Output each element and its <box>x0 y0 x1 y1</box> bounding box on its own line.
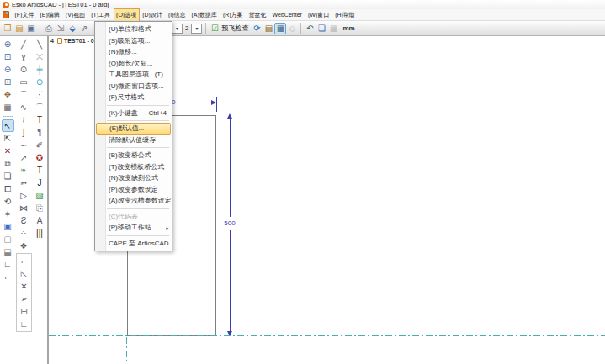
folders-icon[interactable]: ❏ <box>316 23 327 34</box>
table-view-icon[interactable]: ▦ <box>274 23 286 34</box>
option-snap-options[interactable]: (S)吸附选项... ▸ <box>95 35 172 47</box>
barcode-icon[interactable]: ||| <box>34 227 46 240</box>
menu-options[interactable]: (O)选项 <box>114 8 140 22</box>
group-icon[interactable]: ⧉ <box>2 157 14 170</box>
detail-box-icon[interactable]: A <box>34 214 46 227</box>
menu-design[interactable]: (D)设计 <box>140 8 166 22</box>
option-change-matrix-bridging-formula[interactable]: (T)改变模板桥公式 ▸ <box>95 161 172 173</box>
circle-center-icon[interactable]: ⊙ <box>18 63 30 76</box>
ray-lines-icon[interactable]: ⋰ <box>34 88 46 101</box>
line-back-icon[interactable]: ╲ <box>34 38 46 50</box>
stair-step-icon[interactable]: ∟ <box>18 318 30 330</box>
nudge-points-icon[interactable]: ⁘ <box>18 227 30 240</box>
preflight-label[interactable]: 预飞检查 <box>221 24 248 33</box>
cube-outline-icon[interactable]: ▢ <box>2 233 14 245</box>
grid-icon[interactable]: ▦ <box>327 23 339 34</box>
option-keypad[interactable]: (K)小键盘 Ctrl+4 ▸ <box>95 108 172 119</box>
step-lines-icon[interactable]: ⌐ <box>2 271 14 283</box>
view-mode-icon[interactable]: ▦ <box>2 101 14 113</box>
option-dimension-format[interactable]: (F)尺寸格式 ▸ <box>95 92 172 103</box>
document-system-icon[interactable] <box>3 11 9 18</box>
option-nudge[interactable]: (N)微移... ▸ <box>95 46 172 58</box>
workspace-basket-icon[interactable]: ▤ <box>13 23 25 34</box>
select-tool-icon[interactable]: ↖ <box>2 119 14 132</box>
zoom-dropdown[interactable]: ▾ <box>191 24 202 34</box>
hatch-fill-icon[interactable]: ▨ <box>34 189 46 202</box>
option-code-table[interactable]: (C)代码表 ▸ <box>95 211 172 223</box>
paperclip-icon[interactable]: ⎘ <box>34 202 46 214</box>
diamond-tool-icon[interactable]: ◇ <box>286 23 298 34</box>
option-change-bridging-formula[interactable]: (B)改变桥公式 ▸ <box>95 150 172 161</box>
menu-info[interactable]: (I)信息 <box>165 8 188 22</box>
menu-webcenter[interactable]: WebCenter <box>269 9 305 20</box>
option-mobile-workstation[interactable]: (P)移动工作站 ▸ <box>95 222 172 234</box>
tab-pager[interactable]: 4 <box>50 38 54 44</box>
menu-database[interactable]: (A)数据库 <box>188 8 220 22</box>
freehand-icon[interactable]: ∽ <box>18 139 30 151</box>
direction-arrow-icon[interactable]: ➢ <box>18 293 30 305</box>
pan-icon[interactable]: ✥ <box>2 88 14 101</box>
plot-icon[interactable]: ⎙ <box>43 23 55 34</box>
copy-icon[interactable]: ❏ <box>2 170 14 182</box>
option-defaults[interactable]: (E)默认值... ▸ <box>96 123 171 135</box>
sequence-icon[interactable]: ✶ <box>2 208 14 220</box>
stamp-tool-icon[interactable]: ✪ <box>34 151 46 164</box>
save-icon[interactable]: ▣ <box>25 23 37 34</box>
curve-tool-icon[interactable]: ∿ <box>18 101 30 113</box>
mirror-tool-icon[interactable]: ⋈ <box>18 202 30 214</box>
open-icon[interactable]: ❐ <box>2 23 13 34</box>
menu-edit[interactable]: (E)编辑 <box>37 8 62 22</box>
cross-lines-icon[interactable]: ⤫ <box>34 50 46 63</box>
zoom-out-icon[interactable]: ⊖ <box>2 63 14 76</box>
paragraph-tool-icon[interactable]: ¶ <box>34 126 46 139</box>
zoom-rectangle-icon[interactable]: ⊡ <box>2 50 14 63</box>
option-tool-layer-options[interactable]: 工具图层选项...(T) ▸ <box>95 69 172 81</box>
line-tool-icon[interactable]: ╱ <box>18 38 30 50</box>
move-copy-icon[interactable]: ⧠ <box>2 182 14 195</box>
preflight-check-icon[interactable]: ☑ <box>209 23 220 34</box>
option-change-parameter-set[interactable]: (P)改变参数设定 ▸ <box>95 184 172 196</box>
layer-dropdown[interactable]: ▾ <box>172 24 183 34</box>
zoom-extents-icon[interactable]: ⊞ <box>2 76 14 88</box>
fold-box-icon[interactable]: ⬓ <box>2 245 14 258</box>
option-zoom-window-options[interactable]: (U)微距窗口选项... ▸ <box>95 81 172 92</box>
zoom-in-icon[interactable]: ⊕ <box>2 38 14 50</box>
rectangle-tool-icon[interactable]: ▭ <box>18 76 30 88</box>
menu-view[interactable]: (V)视图 <box>62 8 88 22</box>
triangle-tool-icon[interactable]: ▷ <box>18 189 30 202</box>
export-icon[interactable]: ⇗ <box>78 23 90 34</box>
arc-tool-icon[interactable]: ⌒ <box>18 88 30 101</box>
rebuild-design-icon[interactable]: ⟳ <box>251 23 263 34</box>
point-move-icon[interactable]: ➳ <box>18 177 30 189</box>
menu-palletization[interactable]: 货盘化 <box>246 8 269 22</box>
text-tool-icon[interactable]: T <box>34 113 46 126</box>
option-change-counter-parameter-set[interactable]: (A)改变浅槽参数设定 ▸ <box>95 195 172 207</box>
option-change-nick-formula[interactable]: (N)改变缺刻公式 ▸ <box>95 172 172 184</box>
menu-scheme[interactable]: (R)方案 <box>220 8 246 22</box>
grow-tool-icon[interactable]: ❧ <box>18 164 30 177</box>
cube-3d-icon[interactable]: ▣ <box>2 220 14 233</box>
option-clear-defaults-cache[interactable]: 清除默认值缓存 ▸ <box>95 135 172 146</box>
option-cape-to-artioscad[interactable]: CAPE 至 ArtiosCAD... ▸ <box>95 238 172 250</box>
select-add-icon[interactable]: ⇱ <box>2 132 14 145</box>
menu-file[interactable]: (F)文件 <box>12 8 37 22</box>
italic-text-icon[interactable]: J <box>34 177 46 189</box>
arc-start-icon[interactable]: ⌒ <box>34 101 46 113</box>
measure-arrow-icon[interactable]: ↗ <box>18 151 30 164</box>
menu-tools[interactable]: (T)工具 <box>88 8 114 22</box>
chamfer-icon[interactable]: ◺ <box>18 267 30 280</box>
rotate-icon[interactable]: ⟲ <box>2 195 14 208</box>
menu-help[interactable]: (H)帮助 <box>332 8 358 22</box>
circle-diameter-icon[interactable]: ⊙ <box>34 76 46 88</box>
line-angle-icon[interactable]: ɣ <box>18 50 30 63</box>
menu-window[interactable]: (W)窗口 <box>305 8 332 22</box>
double-curve-icon[interactable]: ≀ <box>18 113 30 126</box>
convert-to-3d-icon[interactable]: ⬙ <box>66 23 78 34</box>
delete-icon[interactable]: ✕ <box>2 145 14 157</box>
eyedropper-icon[interactable]: ✐ <box>34 139 46 151</box>
text-style-icon[interactable]: T <box>34 164 46 177</box>
option-units-and-formats[interactable]: (U)单位和格式 ▸ <box>95 24 172 35</box>
import-icon[interactable]: ⇲ <box>55 23 66 34</box>
board-info-icon[interactable]: ▤ <box>263 23 274 34</box>
option-oversize-undersize[interactable]: (O)超长/欠短... ▸ <box>95 58 172 70</box>
